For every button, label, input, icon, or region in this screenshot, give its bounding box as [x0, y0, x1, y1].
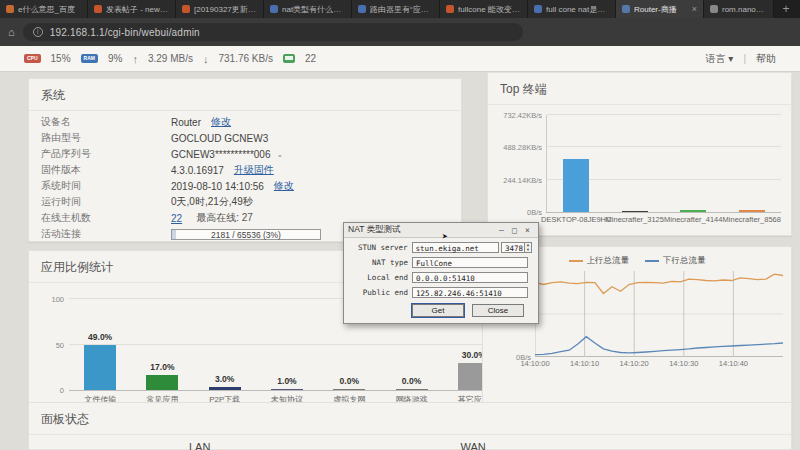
chart-bar[interactable]	[333, 389, 365, 390]
divider: |	[743, 53, 746, 64]
x-axis-tick-label: 14:10:20	[620, 359, 649, 368]
browser-tab[interactable]: 路由器里有“应用Fullco	[352, 0, 440, 18]
port-spinner[interactable]: ▲▼	[525, 242, 532, 253]
browser-tab[interactable]: rom.nanodm.net	[704, 0, 774, 18]
browser-tab-bar: e什么意思_百度发表帖子 - newifi - 恩山[20190327更新] N…	[0, 0, 800, 18]
tab-title: rom.nanodm.net	[722, 5, 767, 14]
browser-tab[interactable]: Router-商播×	[616, 0, 704, 18]
lan-column-header: LAN	[189, 441, 210, 450]
dialog-titlebar[interactable]: NAT 类型测试 – □ ×	[344, 223, 538, 238]
tab-title: nat类型有什么用? full	[282, 4, 345, 15]
close-button[interactable]: Close	[472, 304, 524, 317]
minimize-icon[interactable]: –	[495, 226, 508, 235]
browser-tab[interactable]: 发表帖子 - newifi - 恩山	[88, 0, 176, 18]
chart-bars: DESKTOP-08JE9HCMinecrafter_3125Minecraft…	[547, 115, 781, 212]
mouse-cursor: ➤	[442, 231, 448, 242]
system-row-label: 运行时间	[41, 195, 171, 209]
url-text[interactable]: 192.168.1.1/cgi-bin/webui/admin	[50, 27, 200, 38]
download-speed: 731.76 KB/s	[218, 53, 272, 64]
modify-link[interactable]: 修改	[274, 179, 294, 193]
system-row-value: GOCLOUD GCNEW3	[171, 133, 268, 144]
legend-item[interactable]: 下行总流量	[645, 255, 706, 267]
close-icon[interactable]: ×	[521, 226, 534, 235]
system-row-label: 活动连接	[41, 227, 171, 241]
chart-bar[interactable]	[622, 211, 648, 212]
help-button[interactable]: 帮助	[756, 52, 776, 66]
y-axis-tick-label: 50	[56, 340, 69, 349]
bar-data-label: 3.0%	[215, 374, 234, 384]
new-tab-button[interactable]: +	[774, 0, 798, 18]
screen: e什么意思_百度发表帖子 - newifi - 恩山[20190327更新] N…	[0, 0, 800, 450]
system-card-title: 系统	[29, 79, 461, 111]
legend-item[interactable]: 上行总流量	[569, 255, 630, 267]
modify-link[interactable]: 升级固件	[234, 163, 274, 177]
system-row-extra: 最高在线: 27	[196, 211, 253, 225]
system-row-label: 固件版本	[41, 163, 171, 177]
x-axis-tick-label: 14:10:10	[570, 359, 599, 368]
tab-favicon	[270, 5, 278, 13]
local-end-label: Local end	[350, 273, 412, 282]
y-axis-tick-label: 244.14KB/s	[503, 175, 547, 184]
bar-category-label: Minecrafter_3125	[606, 215, 664, 224]
modify-link[interactable]: 修改	[211, 115, 231, 129]
local-end-value[interactable]: 0.0.0.0:51410	[412, 272, 528, 283]
get-button[interactable]: Get	[412, 304, 464, 317]
chart-bar[interactable]	[146, 375, 178, 390]
download-icon: ↓	[203, 53, 209, 65]
tab-close-icon[interactable]: ×	[692, 4, 697, 14]
bar-category-label: DESKTOP-08JE9HC	[541, 215, 611, 224]
system-row-label: 产品序列号	[41, 147, 171, 161]
top-clients-card: Top 终端 0B/s244.14KB/s488.28KB/s732.42KB/…	[487, 72, 792, 236]
chart-bar[interactable]	[396, 389, 428, 390]
system-row-value: 4.3.0.16917	[171, 165, 224, 176]
tab-title: e什么意思_百度	[18, 4, 81, 15]
stun-port-input[interactable]: 3478	[501, 242, 525, 253]
progress-fill	[172, 230, 176, 239]
browser-toolbar: ⌂ i 192.168.1.1/cgi-bin/webui/admin	[0, 18, 800, 46]
chevron-down-icon[interactable]: ⌄	[277, 150, 284, 159]
active-connections-bar: 2181 / 65536 (3%)	[171, 229, 321, 240]
x-axis-tick-label: 14:10:40	[719, 359, 748, 368]
bar-category-label: Minecrafter_4144	[664, 215, 722, 224]
browser-tab[interactable]: [20190327更新] N1刷机	[176, 0, 264, 18]
browser-tab[interactable]: nat类型有什么用? full	[264, 0, 352, 18]
nat-type-value[interactable]: FullCone	[412, 257, 528, 268]
bar-data-label: 17.0%	[150, 362, 174, 372]
tab-favicon	[358, 5, 366, 13]
upload-speed: 3.29 MB/s	[148, 53, 193, 64]
chart-bar[interactable]	[739, 210, 765, 212]
public-end-value[interactable]: 125.82.246.46:51410	[412, 287, 528, 298]
url-bar[interactable]: i 192.168.1.1/cgi-bin/webui/admin	[23, 23, 523, 41]
system-row-value[interactable]: 22	[171, 213, 182, 224]
maximize-icon[interactable]: □	[508, 226, 521, 235]
chart-bar[interactable]	[209, 387, 241, 390]
cpu-usage: 15%	[51, 53, 71, 64]
tab-title: 发表帖子 - newifi - 恩山	[106, 4, 169, 15]
x-axis-tick-label: 14:10:30	[669, 359, 698, 368]
chart-bar[interactable]	[84, 345, 116, 390]
chart-bar[interactable]	[271, 389, 303, 390]
browser-tab[interactable]: fullcone 能改变你的na	[440, 0, 528, 18]
stun-server-input[interactable]: stun.ekiga.net	[412, 242, 499, 253]
chart-bar[interactable]	[680, 210, 706, 212]
bar-data-label: 49.0%	[88, 332, 112, 342]
browser-tab[interactable]: full cone nat是什么意思	[528, 0, 616, 18]
nat-test-dialog: NAT 类型测试 – □ × STUN server stun.ekiga.ne…	[343, 222, 539, 324]
chart-bar-slot: 17.0%常见应用	[131, 299, 193, 390]
chart-bar-slot: DESKTOP-08JE9HC	[547, 115, 606, 212]
home-icon[interactable]: ⌂	[8, 26, 15, 38]
chart-bar-slot: Minecrafter_3125	[606, 115, 665, 212]
tab-favicon	[534, 5, 542, 13]
info-icon[interactable]: i	[33, 27, 43, 37]
language-button[interactable]: 语言 ▾	[706, 52, 734, 66]
browser-tab[interactable]: e什么意思_百度	[0, 0, 88, 18]
system-row: 运行时间0天,0时,21分,49秒	[41, 194, 449, 210]
clients-count: 22	[305, 53, 316, 64]
chart-bar[interactable]	[563, 159, 589, 212]
system-row-value: GCNEW3**********006	[171, 149, 271, 160]
bar-category-label: Minecrafter_8568	[723, 215, 781, 224]
tab-favicon	[446, 5, 454, 13]
tab-title: fullcone 能改变你的na	[458, 4, 521, 15]
y-axis-tick-label: 0	[60, 386, 69, 395]
system-row-value: 0天,0时,21分,49秒	[171, 195, 253, 209]
